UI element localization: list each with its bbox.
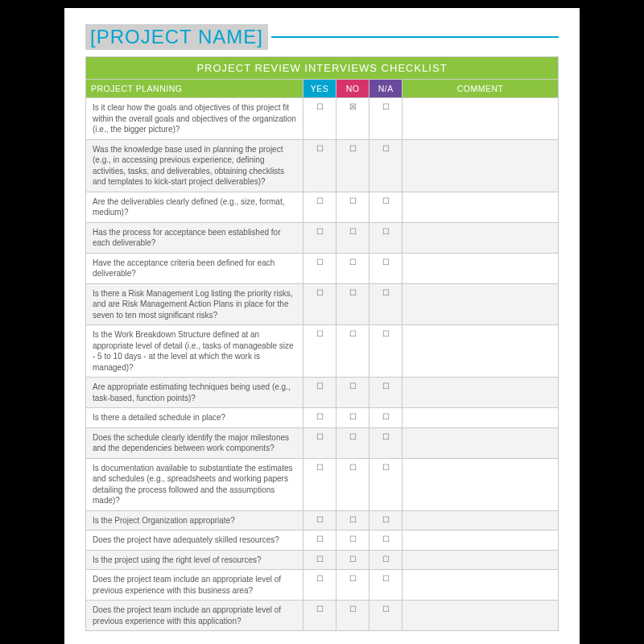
comment-cell[interactable] — [402, 427, 559, 458]
yes-checkbox[interactable]: ☐ — [303, 408, 336, 428]
yes-checkbox[interactable]: ☐ — [303, 427, 336, 458]
yes-checkbox[interactable]: ☐ — [303, 510, 336, 530]
table-row: Is there a detailed schedule in place?☐☐… — [86, 408, 559, 428]
no-checkbox[interactable]: ☐ — [336, 570, 369, 601]
comment-cell[interactable] — [402, 325, 559, 378]
na-checkbox[interactable]: ☐ — [369, 458, 402, 510]
no-checkbox[interactable]: ☒ — [336, 98, 369, 140]
no-checkbox[interactable]: ☐ — [336, 139, 369, 192]
na-checkbox[interactable]: ☐ — [369, 550, 402, 570]
na-checkbox[interactable]: ☐ — [369, 427, 402, 458]
question-cell: Does the schedule clearly identify the m… — [86, 427, 303, 458]
no-checkbox[interactable]: ☐ — [336, 325, 369, 378]
question-cell: Is it clear how the goals and objectives… — [86, 98, 303, 140]
title-row: [PROJECT NAME] — [85, 24, 559, 50]
table-row: Is there a Risk Management Log listing t… — [86, 283, 559, 325]
na-checkbox[interactable]: ☐ — [369, 98, 402, 140]
na-checkbox[interactable]: ☐ — [369, 378, 402, 408]
table-row: Has the process for acceptance been esta… — [86, 222, 559, 253]
na-checkbox[interactable]: ☐ — [369, 192, 402, 222]
comment-cell[interactable] — [402, 510, 559, 530]
na-checkbox[interactable]: ☐ — [369, 222, 402, 253]
comment-cell[interactable] — [402, 550, 559, 570]
no-checkbox[interactable]: ☐ — [336, 222, 369, 253]
na-checkbox[interactable]: ☐ — [369, 510, 402, 530]
yes-checkbox[interactable]: ☐ — [303, 570, 336, 601]
yes-checkbox[interactable]: ☐ — [303, 139, 336, 192]
question-cell: Is the Work Breakdown Structure defined … — [86, 325, 303, 378]
na-checkbox[interactable]: ☐ — [369, 601, 402, 631]
yes-checkbox[interactable]: ☐ — [303, 98, 336, 140]
comment-cell[interactable] — [402, 458, 559, 510]
na-checkbox[interactable]: ☐ — [369, 253, 402, 283]
yes-checkbox[interactable]: ☐ — [303, 325, 336, 378]
yes-checkbox[interactable]: ☐ — [303, 601, 336, 631]
table-row: Was the knowledge base used in planning … — [86, 139, 559, 192]
yes-checkbox[interactable]: ☐ — [303, 253, 336, 283]
yes-checkbox[interactable]: ☐ — [303, 530, 336, 551]
yes-checkbox[interactable]: ☐ — [303, 222, 336, 253]
yes-checkbox[interactable]: ☐ — [303, 192, 336, 222]
no-checkbox[interactable]: ☐ — [336, 378, 369, 408]
comment-cell[interactable] — [402, 192, 559, 222]
col-na: N/A — [369, 80, 402, 98]
document-page: [PROJECT NAME] PROJECT REVIEW INTERVIEWS… — [64, 8, 580, 644]
table-row: Is the project using the right level of … — [86, 550, 559, 570]
comment-cell[interactable] — [402, 570, 559, 601]
no-checkbox[interactable]: ☐ — [336, 601, 369, 631]
no-checkbox[interactable]: ☐ — [336, 408, 369, 428]
question-cell: Are the deliverables clearly defined (e.… — [86, 192, 303, 222]
no-checkbox[interactable]: ☐ — [336, 253, 369, 283]
col-yes: YES — [303, 80, 336, 98]
no-checkbox[interactable]: ☐ — [336, 283, 369, 325]
na-checkbox[interactable]: ☐ — [369, 408, 402, 428]
col-comment: COMMENT — [402, 80, 559, 98]
table-row: Are appropriate estimating techniques be… — [86, 378, 559, 408]
question-cell: Is there a detailed schedule in place? — [86, 408, 303, 428]
table-row: Does the project team include an appropr… — [86, 570, 559, 601]
comment-cell[interactable] — [402, 378, 559, 408]
table-row: Is the Work Breakdown Structure defined … — [86, 325, 559, 378]
col-no: NO — [336, 80, 369, 98]
na-checkbox[interactable]: ☐ — [369, 139, 402, 192]
no-checkbox[interactable]: ☐ — [336, 427, 369, 458]
comment-cell[interactable] — [402, 601, 559, 631]
yes-checkbox[interactable]: ☐ — [303, 550, 336, 570]
no-checkbox[interactable]: ☐ — [336, 510, 369, 530]
comment-cell[interactable] — [402, 139, 559, 192]
na-checkbox[interactable]: ☐ — [369, 283, 402, 325]
question-cell: Does the project have adequately skilled… — [86, 530, 303, 551]
checklist-banner: PROJECT REVIEW INTERVIEWS CHECKLIST — [85, 56, 559, 79]
yes-checkbox[interactable]: ☐ — [303, 283, 336, 325]
question-cell: Have the acceptance criteria been define… — [86, 253, 303, 283]
comment-cell[interactable] — [402, 98, 559, 140]
question-cell: Has the process for acceptance been esta… — [86, 222, 303, 253]
col-section: PROJECT PLANNING — [86, 80, 303, 98]
table-row: Is the Project Organization appropriate?… — [86, 510, 559, 530]
question-cell: Is the project using the right level of … — [86, 550, 303, 570]
na-checkbox[interactable]: ☐ — [369, 530, 402, 551]
no-checkbox[interactable]: ☐ — [336, 192, 369, 222]
na-checkbox[interactable]: ☐ — [369, 570, 402, 601]
yes-checkbox[interactable]: ☐ — [303, 458, 336, 510]
question-cell: Was the knowledge base used in planning … — [86, 139, 303, 192]
table-row: Is it clear how the goals and objectives… — [86, 98, 559, 140]
table-row: Does the project team include an appropr… — [86, 601, 559, 631]
page-title: [PROJECT NAME] — [85, 24, 268, 50]
table-header-row: PROJECT PLANNING YES NO N/A COMMENT — [86, 80, 559, 98]
no-checkbox[interactable]: ☐ — [336, 458, 369, 510]
comment-cell[interactable] — [402, 222, 559, 253]
comment-cell[interactable] — [402, 283, 559, 325]
yes-checkbox[interactable]: ☐ — [303, 378, 336, 408]
na-checkbox[interactable]: ☐ — [369, 325, 402, 378]
no-checkbox[interactable]: ☐ — [336, 550, 369, 570]
comment-cell[interactable] — [402, 408, 559, 428]
question-cell: Does the project team include an appropr… — [86, 570, 303, 601]
comment-cell[interactable] — [402, 530, 559, 551]
table-row: Does the project have adequately skilled… — [86, 530, 559, 551]
no-checkbox[interactable]: ☐ — [336, 530, 369, 551]
comment-cell[interactable] — [402, 253, 559, 283]
question-cell: Is the Project Organization appropriate? — [86, 510, 303, 530]
table-row: Does the schedule clearly identify the m… — [86, 427, 559, 458]
table-row: Have the acceptance criteria been define… — [86, 253, 559, 283]
